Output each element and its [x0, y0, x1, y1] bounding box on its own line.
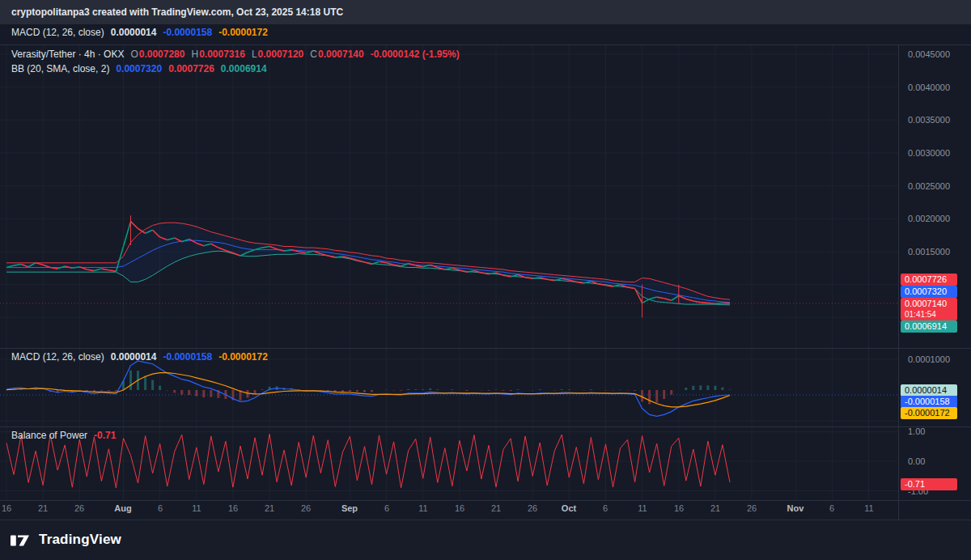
time-label: 21	[265, 503, 274, 513]
bar-countdown: 01:41:54	[905, 309, 953, 320]
time-label: 21	[491, 503, 501, 513]
tradingview-logo-icon[interactable]	[11, 533, 32, 546]
symbol-legend: Verasity/Tether · 4h · OKX O 0.0007280 H…	[11, 49, 460, 60]
macd-pane-title[interactable]: MACD (12, 26, close)	[11, 351, 104, 363]
time-label: 26	[747, 503, 757, 513]
time-label: 26	[74, 503, 84, 513]
macd-pane-hist-value: 0.0000014	[111, 351, 157, 363]
bb-lower-value: 0.0006914	[221, 63, 267, 74]
time-label: 26	[528, 503, 537, 513]
time-label: 6	[158, 503, 163, 513]
bb-legend: BB (20, SMA, close, 2) 0.0007320 0.00077…	[11, 63, 267, 74]
time-label: 16	[455, 503, 464, 513]
bop-badge: -0.71	[901, 478, 957, 490]
brand-name[interactable]: TradingView	[39, 532, 121, 548]
scale-label: 0.0040000	[908, 83, 950, 92]
macd-pane-signal-value: -0.0000172	[218, 351, 268, 363]
scale-label: 1.00	[908, 426, 925, 436]
time-label: Oct	[562, 503, 576, 513]
scale-label: 0.0045000	[908, 49, 950, 59]
tradingview-snapshot: cryptopolitanpa3 created with TradingVie…	[0, 0, 971, 560]
pane-separator	[0, 520, 971, 520]
time-label: 11	[638, 503, 647, 513]
bop-value: -0.71	[94, 430, 116, 441]
scale-label: 0.0025000	[908, 181, 950, 191]
balance-of-power-pane-canvas[interactable]	[0, 426, 898, 500]
time-label: 6	[829, 503, 834, 513]
symbol-title[interactable]: Verasity/Tether · 4h · OKX	[11, 49, 124, 60]
time-label: 26	[301, 503, 311, 513]
attribution-bar: cryptopolitanpa3 created with TradingVie…	[0, 0, 971, 24]
macd-signal-badge: -0.0000172	[901, 407, 957, 419]
macd-top-signal-value: -0.0000172	[218, 27, 268, 38]
time-label: 16	[2, 503, 11, 513]
time-label: Sep	[341, 503, 358, 513]
macd-pane-legend: MACD (12, 26, close) 0.0000014 -0.000015…	[11, 351, 268, 363]
time-label: 6	[384, 503, 389, 513]
last-price-value: 0.0007140	[905, 299, 953, 309]
bb-upper-badge: 0.0007726	[901, 274, 957, 286]
pane-separator	[0, 45, 971, 45]
macd-line-badge: -0.0000158	[901, 396, 957, 408]
bb-lower-badge: 0.0006914	[901, 320, 957, 333]
ohlc-low: L 0.0007120	[252, 49, 303, 60]
ohlc-high: H 0.0007316	[191, 49, 244, 60]
macd-top-hist-value: 0.0000014	[111, 27, 157, 38]
macd-top-title[interactable]: MACD (12, 26, close)	[11, 27, 104, 38]
time-label: 21	[38, 503, 48, 513]
scale-label: 0.0015000	[908, 247, 950, 257]
pane-separator[interactable]	[0, 348, 971, 349]
footer-bar: TradingView	[0, 520, 971, 560]
bop-title[interactable]: Balance of Power	[11, 430, 87, 441]
bb-upper-value: 0.0007726	[168, 63, 214, 74]
time-label: 11	[192, 503, 201, 513]
pane-separator[interactable]	[0, 426, 971, 427]
time-label: 21	[710, 503, 720, 513]
scale-label: 0.00	[908, 456, 925, 466]
last-price-badge: 0.0007140 01:41:54	[901, 298, 957, 320]
change-value: -0.0000142 (-1.95%)	[371, 49, 460, 60]
bb-basis-value: 0.0007320	[116, 63, 162, 74]
pane-separator	[0, 500, 971, 501]
ohlc-open: O 0.0007280	[130, 49, 184, 60]
price-scale-separator	[898, 45, 899, 520]
price-pane-canvas[interactable]	[0, 45, 898, 348]
time-label: 11	[864, 503, 873, 513]
attribution-text: cryptopolitanpa3 created with TradingVie…	[11, 6, 343, 18]
macd-hist-badge: 0.0000014	[901, 384, 957, 397]
scale-label: 0.0030000	[908, 148, 950, 158]
time-label: Nov	[787, 503, 804, 513]
time-label: 16	[674, 503, 684, 513]
time-label: 16	[228, 503, 238, 513]
time-label: Aug	[114, 503, 131, 513]
time-label: 6	[603, 503, 608, 513]
bb-title[interactable]: BB (20, SMA, close, 2)	[11, 63, 109, 74]
ohlc-close: C 0.0007140	[310, 49, 363, 60]
scale-label: 0.0020000	[908, 214, 950, 223]
macd-top-line-value: -0.0000158	[163, 27, 212, 38]
macd-top-legend: MACD (12, 26, close) 0.0000014 -0.000015…	[11, 27, 268, 38]
scale-label: 0.0001000	[908, 354, 950, 364]
scale-label: 0.0035000	[908, 115, 950, 125]
bop-legend: Balance of Power -0.71	[11, 430, 116, 441]
bb-basis-badge: 0.0007320	[901, 286, 957, 298]
macd-pane-line-value: -0.0000158	[163, 351, 212, 363]
time-label: 11	[418, 503, 427, 513]
